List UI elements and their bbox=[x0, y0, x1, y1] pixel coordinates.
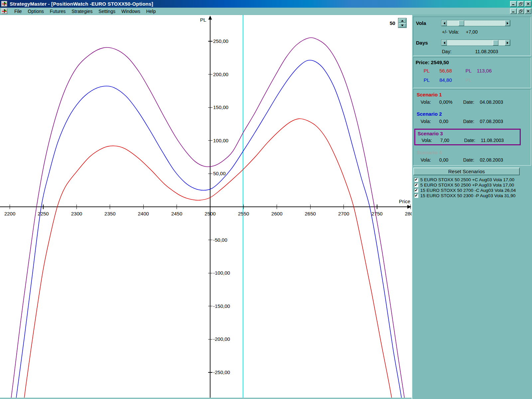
spin-up-icon[interactable] bbox=[399, 19, 406, 23]
scroll-left-icon[interactable] bbox=[442, 20, 447, 26]
scenario-1-title[interactable]: Scenario 1 bbox=[417, 92, 442, 97]
app-icon bbox=[1, 1, 7, 7]
pl-row: PL 56,68 PL 113,06 bbox=[413, 68, 531, 73]
menu-futures[interactable]: Futures bbox=[47, 8, 68, 15]
vola-slider-thumb[interactable] bbox=[459, 20, 464, 26]
pl-value-scenario2: 84,80 bbox=[433, 77, 452, 83]
restore-icon[interactable] bbox=[517, 8, 524, 14]
position-row: ✔ 15 EURO STOXX 50 2300 -P Aug03 Vola 31… bbox=[414, 193, 532, 198]
pl-value-scenario1: 56,68 bbox=[433, 68, 452, 73]
vola-slider-label: Vola bbox=[416, 20, 426, 26]
checkbox-checked-icon[interactable]: ✔ bbox=[414, 183, 418, 187]
y-tick-label: -200,00 bbox=[213, 336, 230, 342]
x-tick-label: 2400 bbox=[138, 211, 149, 216]
menu-windows[interactable]: Windows bbox=[118, 8, 143, 15]
days-slider-label: Days bbox=[416, 40, 428, 46]
pl-chart-area: PLPrice220022502300235024002450250025502… bbox=[0, 15, 412, 399]
checkbox-checked-icon[interactable]: ✔ bbox=[414, 178, 418, 182]
vola-value: 0,00% bbox=[439, 99, 453, 105]
y-tick-label: -100,00 bbox=[213, 270, 230, 276]
pl-curve-scenario-1 bbox=[14, 119, 405, 398]
menu-strategies[interactable]: Strategies bbox=[68, 8, 95, 15]
menu-settings[interactable]: Settings bbox=[95, 8, 118, 15]
days-slider[interactable] bbox=[441, 40, 510, 46]
menu-help[interactable]: Help bbox=[143, 8, 159, 15]
pl-curve-scenario-3 bbox=[5, 38, 411, 398]
chart-scale-spinner bbox=[398, 18, 407, 28]
title-bar: StrategyMaster - [PositionWatch -EURO ST… bbox=[0, 0, 532, 8]
y-tick-label: -150,00 bbox=[213, 303, 230, 309]
checkbox-checked-icon[interactable]: ✔ bbox=[414, 188, 418, 193]
close-icon[interactable] bbox=[525, 1, 531, 7]
scenario-1-row: Vola: 0,00% Date: 04.08.2003 bbox=[413, 99, 531, 105]
x-tick-label: 2300 bbox=[71, 211, 82, 216]
position-label: 5 EURO STOXX 50 2500 +C Aug03 Vola 17,00 bbox=[420, 177, 514, 182]
scroll-left-icon[interactable] bbox=[442, 40, 447, 46]
restore-icon[interactable] bbox=[517, 1, 524, 7]
menu-items: File Options Futures Strategies Settings… bbox=[11, 8, 159, 15]
x-axis-title: Price bbox=[399, 199, 410, 204]
vola-value: 7,00 bbox=[440, 138, 449, 143]
menu-file[interactable]: File bbox=[11, 8, 25, 15]
day-readout-label: Day: bbox=[442, 49, 452, 54]
x-tick-label: 2550 bbox=[238, 211, 249, 216]
pl-label-scenario3: PL bbox=[466, 68, 471, 73]
vola-label: Vola: bbox=[421, 99, 431, 105]
menu-options[interactable]: Options bbox=[25, 8, 47, 15]
vola-label: Vola: bbox=[421, 119, 431, 124]
x-tick-label: 2500 bbox=[204, 211, 215, 216]
scenarios-section: Scenario 1 Vola: 0,00% Date: 04.08.2003 … bbox=[413, 89, 531, 166]
date-label: Date: bbox=[463, 157, 474, 163]
scroll-right-icon[interactable] bbox=[505, 20, 510, 26]
y-tick-label: -50,00 bbox=[213, 237, 227, 243]
vola-slider-track[interactable] bbox=[447, 20, 505, 26]
spin-down-icon[interactable] bbox=[399, 23, 406, 27]
x-tick-label: 2650 bbox=[305, 211, 316, 216]
x-tick-label: 2700 bbox=[338, 211, 349, 216]
price-section: Price: 2549,50 PL 56,68 PL 113,06 PL 84,… bbox=[413, 57, 531, 88]
reset-scenarios-button[interactable]: Reset Scenarios bbox=[413, 168, 520, 175]
vola-readout-label: +/- Vola: bbox=[442, 29, 459, 35]
chart-bottom-strip bbox=[0, 398, 412, 399]
minimize-icon[interactable] bbox=[510, 1, 517, 7]
minimize-icon[interactable] bbox=[510, 8, 517, 14]
date-value: 11.08.2003 bbox=[481, 138, 504, 143]
y-tick-label: -250,00 bbox=[213, 369, 230, 375]
scenario-3-selected-box[interactable]: Scenario 3 Vola: 7,00 Date: 11.08.2003 bbox=[414, 129, 521, 145]
x-tick-label: 2250 bbox=[38, 211, 49, 216]
menu-bar: File Options Futures Strategies Settings… bbox=[0, 8, 532, 15]
date-value: 07.08.2003 bbox=[480, 119, 503, 124]
y-tick-label: 200,00 bbox=[213, 71, 228, 77]
days-slider-thumb[interactable] bbox=[493, 40, 498, 46]
vola-readout-value: +7,00 bbox=[466, 29, 477, 35]
days-slider-track[interactable] bbox=[447, 40, 505, 46]
scenario-2-row: Vola: 0,00 Date: 07.08.2003 bbox=[413, 119, 531, 124]
y-tick-label: 150,00 bbox=[213, 104, 228, 110]
slider-section: Vola +/- Vola: +7,00 Days Day: 11.08.200… bbox=[413, 17, 531, 56]
child-window-controls bbox=[510, 8, 531, 14]
pl-label-scenario4: PL bbox=[466, 77, 471, 83]
scenario-4-title[interactable]: Scenario 4 bbox=[417, 150, 442, 155]
vola-value: 0,00 bbox=[439, 157, 448, 163]
x-tick-label: 2750 bbox=[371, 211, 382, 216]
scenario-panel: Vola +/- Vola: +7,00 Days Day: 11.08.200… bbox=[412, 15, 532, 399]
checkbox-checked-icon[interactable]: ✔ bbox=[414, 194, 418, 198]
x-tick-label: 2200 bbox=[4, 211, 15, 216]
pl-curve-scenario-2 bbox=[7, 60, 408, 398]
scenario-4-row: Vola: 0,00 Date: 02.08.2003 bbox=[413, 157, 531, 163]
close-icon[interactable] bbox=[525, 8, 531, 14]
vola-slider[interactable] bbox=[441, 20, 510, 26]
x-tick-label: 2450 bbox=[171, 211, 182, 216]
position-row: ✔ 15 EURO STOXX 50 2700 -C Aug03 Vola 26… bbox=[414, 188, 532, 193]
scroll-right-icon[interactable] bbox=[505, 40, 510, 46]
scenario-3-title[interactable]: Scenario 3 bbox=[418, 131, 443, 136]
pl-value-scenario3: 113,06 bbox=[477, 68, 492, 73]
date-value: 02.08.2003 bbox=[480, 157, 503, 163]
date-value: 04.08.2003 bbox=[480, 99, 503, 105]
document-icon bbox=[1, 8, 7, 14]
vola-label: Vola: bbox=[422, 138, 432, 143]
position-row: ✔ 5 EURO STOXX 50 2500 +P Aug03 Vola 17,… bbox=[414, 182, 532, 188]
x-tick-label: 2600 bbox=[271, 211, 282, 216]
date-label: Date: bbox=[464, 138, 475, 143]
scenario-2-title[interactable]: Scenario 2 bbox=[417, 111, 442, 117]
